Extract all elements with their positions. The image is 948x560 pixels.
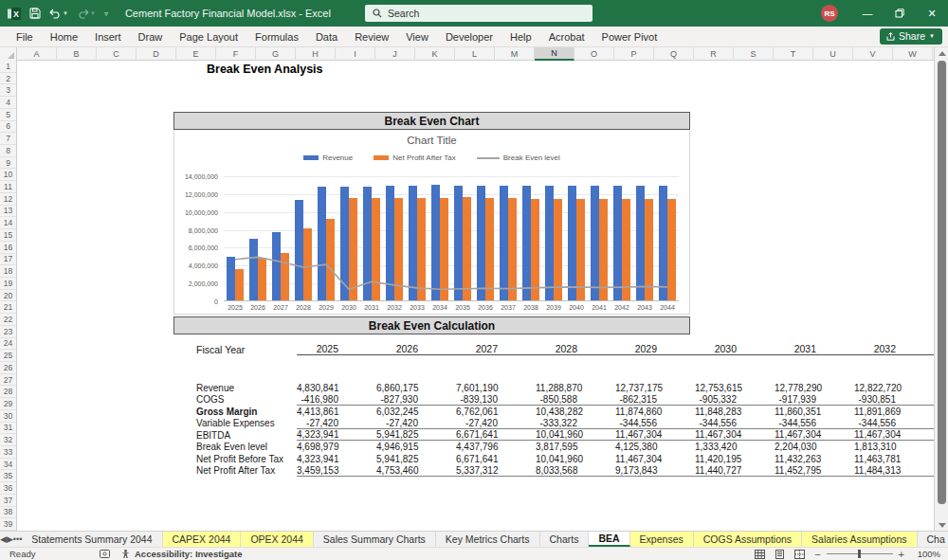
sheet-tab-key-metrics-charts[interactable]: Key Metrics Charts: [436, 532, 540, 547]
cell-variable-expenses-2025[interactable]: -27,420: [297, 418, 376, 429]
save-icon[interactable]: [29, 8, 41, 19]
row-header-33[interactable]: 33: [0, 446, 16, 459]
cell-cogs-2030[interactable]: -905,332: [695, 394, 775, 406]
sheet-tab-expenses[interactable]: Expenses: [630, 532, 694, 547]
row-header-13[interactable]: 13: [0, 206, 16, 218]
normal-view-icon[interactable]: [755, 550, 765, 559]
row-header-29[interactable]: 29: [0, 398, 16, 410]
row-header-11[interactable]: 11: [0, 181, 16, 193]
cell-revenue-2032[interactable]: 12,822,720: [854, 383, 934, 393]
row-header-9[interactable]: 9: [0, 157, 16, 170]
cell-gross-margin-2029[interactable]: 11,874,860: [615, 406, 695, 417]
cell-variable-expenses-2032[interactable]: -344,556: [854, 418, 934, 429]
cell-ebitda-2032[interactable]: 11,467,304: [854, 429, 934, 441]
row-header-30[interactable]: 30: [0, 410, 16, 423]
year-header-2032[interactable]: 2032: [854, 343, 934, 355]
cell-ebitda-2030[interactable]: 11,467,304: [695, 429, 775, 441]
row-label[interactable]: Net Profit Before Tax: [173, 454, 297, 464]
page-layout-view-icon[interactable]: [775, 550, 785, 559]
cell-cogs-2029[interactable]: -862,315: [615, 394, 695, 406]
year-header-2029[interactable]: 2029: [615, 343, 695, 355]
cell-break-even-level-2032[interactable]: 1,813,310: [854, 442, 934, 452]
column-header-c[interactable]: C: [97, 47, 137, 61]
column-header-b[interactable]: B: [57, 47, 97, 61]
row-header-19[interactable]: 19: [0, 278, 16, 290]
share-button[interactable]: Share ▼: [880, 28, 942, 45]
cell-break-even-level-2031[interactable]: 2,204,030: [775, 442, 854, 452]
sheet-nav-next-icon[interactable]: ▶: [7, 532, 13, 547]
cell-gross-margin-2025[interactable]: 4,413,861: [297, 406, 376, 417]
ribbon-tab-file[interactable]: File: [8, 28, 42, 45]
column-header-h[interactable]: H: [296, 47, 336, 61]
column-header-u[interactable]: U: [813, 47, 853, 61]
cell-gross-margin-2028[interactable]: 10,438,282: [536, 406, 615, 417]
row-label[interactable]: Net Profit After Tax: [173, 465, 297, 476]
cell-break-even-level-2027[interactable]: 4,437,796: [456, 442, 536, 452]
year-header-2025[interactable]: 2025: [297, 343, 376, 355]
cell-net-profit-before-tax-2028[interactable]: 10,041,960: [536, 454, 615, 464]
cell-ebitda-2025[interactable]: 4,323,941: [297, 429, 376, 441]
zoom-level[interactable]: 100%: [914, 549, 940, 559]
column-header-d[interactable]: D: [137, 47, 176, 61]
cell-variable-expenses-2026[interactable]: -27,420: [376, 418, 456, 429]
cell-gross-margin-2030[interactable]: 11,848,283: [695, 406, 775, 417]
row-header-21[interactable]: 21: [0, 301, 16, 314]
page-break-view-icon[interactable]: [794, 550, 805, 559]
cell-revenue-2030[interactable]: 12,753,615: [695, 383, 775, 393]
column-header-g[interactable]: G: [256, 47, 296, 61]
year-header-2027[interactable]: 2027: [456, 343, 536, 355]
search-input[interactable]: Search: [365, 5, 592, 22]
undo-dropdown-caret[interactable]: ▼: [63, 10, 68, 16]
cell-net-profit-before-tax-2030[interactable]: 11,420,195: [695, 454, 775, 464]
cell-gross-margin-2031[interactable]: 11,860,351: [775, 406, 854, 417]
zoom-out-icon[interactable]: −: [814, 551, 820, 558]
ribbon-tab-developer[interactable]: Developer: [437, 28, 501, 45]
column-header-a[interactable]: A: [17, 47, 57, 61]
accessibility-status[interactable]: Accessibility: Investigate: [121, 549, 243, 559]
sheet-tab-bea[interactable]: BEA: [589, 532, 629, 547]
row-header-39[interactable]: 39: [0, 518, 16, 531]
cell-revenue-2025[interactable]: 4,830,841: [297, 383, 376, 393]
ribbon-tab-help[interactable]: Help: [501, 28, 540, 45]
ribbon-tab-acrobat[interactable]: Acrobat: [540, 28, 593, 45]
legend-item-revenue[interactable]: Revenue: [303, 154, 353, 162]
cell-net-profit-before-tax-2031[interactable]: 11,432,263: [775, 454, 854, 464]
cell-cogs-2027[interactable]: -839,130: [456, 394, 536, 406]
cell-ebitda-2027[interactable]: 6,671,641: [456, 429, 536, 441]
sheet-tab-salaries-assumptions[interactable]: Salaries Assumptions: [802, 532, 917, 547]
cell-break-even-level-2026[interactable]: 4,946,915: [376, 442, 456, 452]
cell-net-profit-after-tax-2025[interactable]: 3,459,153: [297, 465, 376, 477]
row-header-4[interactable]: 4: [0, 97, 16, 109]
ribbon-tab-draw[interactable]: Draw: [130, 28, 172, 45]
cell-net-profit-after-tax-2030[interactable]: 11,440,727: [695, 465, 775, 477]
legend-item-break-even-level[interactable]: Break Even level: [477, 154, 560, 162]
cell-ebitda-2031[interactable]: 11,467,304: [775, 429, 854, 441]
ribbon-tab-home[interactable]: Home: [42, 28, 86, 45]
ribbon-tab-formulas[interactable]: Formulas: [246, 28, 307, 45]
year-header-2030[interactable]: 2030: [695, 343, 775, 355]
cell-cogs-2031[interactable]: -917,939: [775, 394, 854, 406]
row-header-2[interactable]: 2: [0, 73, 16, 85]
cell-gross-margin-2026[interactable]: 6,032,245: [376, 406, 456, 417]
minimize-button[interactable]: —: [851, 0, 884, 27]
ribbon-tab-view[interactable]: View: [397, 28, 437, 45]
year-header-2026[interactable]: 2026: [376, 343, 456, 355]
sheet-nav-prev-icon[interactable]: ◀: [0, 532, 7, 547]
row-header-32[interactable]: 32: [0, 434, 16, 446]
row-header-10[interactable]: 10: [0, 169, 16, 181]
column-header-r[interactable]: R: [694, 47, 734, 61]
row-header-7[interactable]: 7: [0, 133, 16, 145]
cell-net-profit-before-tax-2029[interactable]: 11,467,304: [615, 454, 695, 464]
cell-gross-margin-2032[interactable]: 11,891,869: [854, 406, 934, 417]
row-header-8[interactable]: 8: [0, 145, 16, 157]
sheet-tab-capex-2044[interactable]: CAPEX 2044: [163, 532, 242, 547]
sheet-title-cell[interactable]: Break Even Analysis: [207, 63, 323, 76]
row-header-6[interactable]: 6: [0, 121, 16, 134]
cell-ebitda-2026[interactable]: 5,941,825: [376, 429, 456, 441]
column-header-s[interactable]: S: [734, 47, 774, 61]
cell-net-profit-before-tax-2025[interactable]: 4,323,941: [297, 454, 376, 464]
zoom-slider-thumb[interactable]: [858, 550, 861, 558]
macro-record-icon[interactable]: [100, 550, 110, 558]
year-header-2028[interactable]: 2028: [536, 343, 615, 355]
column-header-t[interactable]: T: [774, 47, 813, 61]
